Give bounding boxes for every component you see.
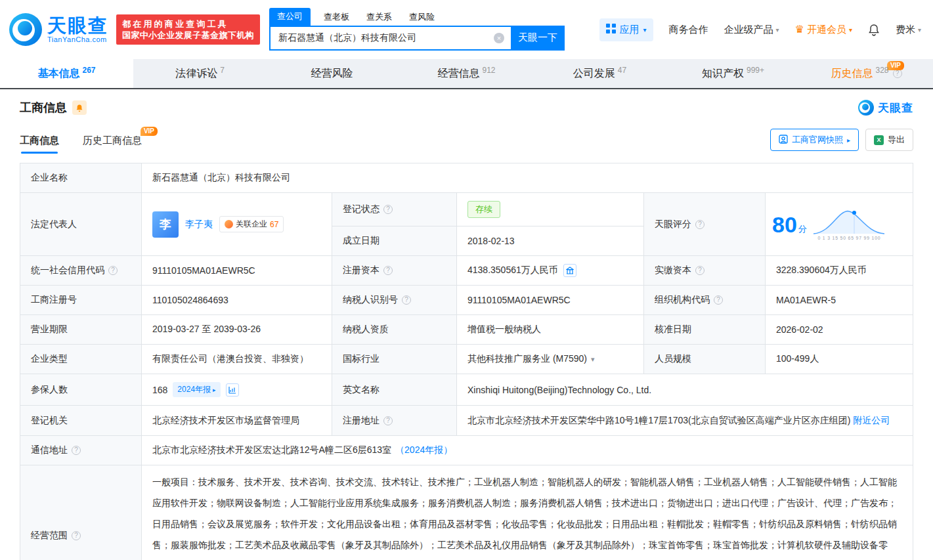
subtab-business-registration[interactable]: 工商信息: [20, 135, 59, 154]
search-button[interactable]: 天眼一下: [511, 26, 565, 51]
notification-bell-icon[interactable]: [868, 24, 880, 36]
search-input[interactable]: [269, 26, 511, 51]
mail-address-cell: 北京市北京经济技术开发区宏达北路12号A幢二区6层613室 （2024年报）: [142, 436, 913, 465]
reg-address-value: 北京市北京经济技术开发区荣华中路10号1幢17层1703(北京自贸试验区高端产业…: [467, 415, 850, 425]
subtab-label: 工商信息: [20, 135, 59, 146]
staff-size-value: 100-499人: [766, 345, 913, 374]
search-tab-boss[interactable]: 查老板: [324, 11, 349, 26]
slogan-line1: 都在用的商业查询工具: [122, 18, 254, 30]
search-tab-risk[interactable]: 查风险: [409, 11, 435, 26]
tab-legal-proceedings[interactable]: 法律诉讼 7: [133, 59, 267, 88]
label-text: 注册地址: [343, 415, 380, 427]
industry-cell: 其他科技推广服务业 (M7590) ▾: [457, 345, 644, 374]
tab-operating-risk[interactable]: 经营风险: [267, 59, 400, 88]
field-label: 注册资本 ?: [332, 256, 457, 285]
search-tab-relation[interactable]: 查关系: [366, 11, 392, 26]
search-tabs: 查公司 查老板 查关系 查风险: [269, 9, 565, 26]
arrow-right-icon: ▸: [213, 387, 216, 393]
snapshot-label: 工商官网快照: [792, 134, 843, 146]
capital-history-icon[interactable]: [563, 264, 576, 277]
legal-rep-link[interactable]: 李子夷: [185, 219, 213, 230]
official-snapshot-button[interactable]: 工商官网快照 ▸: [770, 129, 859, 151]
arrow-right-icon: ▸: [847, 137, 850, 144]
field-label: 工商注册号: [20, 286, 142, 314]
help-icon[interactable]: ?: [72, 446, 81, 455]
help-icon[interactable]: ?: [714, 295, 723, 305]
search-area: 查公司 查老板 查关系 查风险 × 天眼一下: [269, 9, 565, 51]
excel-icon: X: [874, 135, 884, 145]
help-icon[interactable]: ?: [383, 266, 393, 275]
open-vip-link[interactable]: ♛ 开通会员 ▾: [795, 24, 852, 36]
related-count: 67: [270, 220, 278, 229]
tab-basic-info[interactable]: 基本信息 267: [0, 59, 133, 88]
top-header: 天眼查 TianYanCha.com 都在用的商业查询工具 国家中小企业发展子基…: [0, 0, 933, 59]
label-text: 组织机构代码: [655, 294, 710, 306]
label-text: 实缴资本: [655, 265, 691, 276]
tab-label: 历史信息: [831, 67, 873, 81]
subtab-history-registration[interactable]: 历史工商信息 VIP: [83, 135, 142, 154]
help-icon[interactable]: ?: [383, 205, 393, 214]
annual-report-link[interactable]: （2024年报）: [395, 444, 452, 456]
grid-icon: [606, 24, 616, 35]
table-row: 统一社会信用代码 ? 91110105MA01AEWR5C 注册资本 ? 413…: [20, 256, 913, 286]
field-label: 人员规模: [644, 345, 766, 374]
slogan-line2: 国家中小企业发展子基金旗下机构: [122, 30, 254, 41]
tab-count: 267: [82, 66, 95, 75]
apps-menu[interactable]: 应用 ▾: [599, 18, 653, 41]
help-icon[interactable]: ?: [72, 531, 81, 540]
section-subtabs: 工商信息 历史工商信息 VIP 工商官网快照 ▸ X 导出: [20, 129, 913, 154]
crown-icon: ♛: [795, 25, 804, 34]
chevron-down-icon[interactable]: ▾: [591, 355, 595, 364]
score-chart: 0 1 3 15 50 65 97 99 100: [812, 207, 886, 241]
nav-cooperation[interactable]: 商务合作: [669, 24, 708, 36]
label-text: 天眼评分: [655, 219, 691, 230]
field-label: 国标行业: [332, 345, 457, 374]
subscribe-bell-icon[interactable]: [72, 100, 87, 115]
user-menu[interactable]: 费米 ▾: [896, 24, 921, 36]
annual-report-badge[interactable]: 2024年报 ▸: [173, 382, 220, 397]
related-label: 关联企业: [236, 219, 267, 230]
help-icon[interactable]: ?: [695, 266, 705, 275]
field-label: 纳税人资质: [332, 315, 457, 344]
tab-intellectual-property[interactable]: 知识产权 999+: [666, 59, 800, 88]
reg-capital-value: 4138.350561万人民币: [467, 265, 558, 276]
cooperation-label: 商务合作: [669, 24, 708, 36]
help-icon[interactable]: ?: [695, 220, 705, 229]
section-title: 工商信息: [20, 100, 67, 116]
tab-history-info[interactable]: VIP 历史信息 328 ?: [800, 59, 933, 88]
snapshot-icon: [779, 135, 788, 146]
field-label: 营业期限: [20, 315, 142, 344]
tab-label: 经营风险: [311, 67, 353, 81]
clear-icon[interactable]: ×: [494, 33, 504, 43]
help-icon[interactable]: ?: [893, 69, 902, 78]
label-text: 注册资本: [343, 265, 380, 276]
label-text: 纳税人识别号: [343, 294, 398, 306]
company-name-value: 新石器慧通（北京）科技有限公司: [142, 163, 913, 192]
nearby-companies-link[interactable]: 附近公司: [853, 415, 890, 425]
insured-trend-icon[interactable]: [226, 383, 239, 397]
reg-address-cell: 北京市北京经济技术开发区荣华中路10号1幢17层1703(北京自贸试验区高端产业…: [457, 406, 913, 435]
field-label: 成立日期: [332, 226, 457, 255]
chevron-down-icon: ▾: [643, 26, 647, 33]
tab-company-development[interactable]: 公司发展 47: [533, 59, 666, 88]
reg-status-cell: 存续: [457, 193, 644, 226]
help-icon[interactable]: ?: [383, 416, 393, 425]
related-icon: [225, 220, 233, 228]
score-unit: 分: [798, 223, 807, 235]
tab-business-info[interactable]: 经营信息 912: [400, 59, 533, 88]
score-value: 80: [772, 213, 797, 236]
insured-cell: 168 2024年报 ▸: [142, 374, 332, 405]
search-tab-company[interactable]: 查公司: [269, 8, 311, 26]
reg-no-value: 110105024864693: [142, 286, 332, 314]
table-row: 营业期限 2019-03-27 至 2039-03-26 纳税人资质 增值税一般…: [20, 315, 913, 345]
related-companies-badge[interactable]: 关联企业 67: [219, 216, 284, 232]
tab-count: 912: [482, 66, 495, 75]
taxpayer-quality-value: 增值税一般纳税人: [457, 315, 644, 344]
help-icon[interactable]: ?: [402, 295, 411, 305]
brand-logo[interactable]: 天眼查 TianYanCha.com: [9, 13, 108, 46]
export-button[interactable]: X 导出: [865, 129, 913, 151]
avatar[interactable]: 李: [152, 211, 179, 238]
nav-enterprise-products[interactable]: 企业级产品 ▾: [724, 24, 779, 36]
help-icon[interactable]: ?: [108, 266, 118, 275]
term-value: 2019-03-27 至 2039-03-26: [142, 315, 332, 344]
